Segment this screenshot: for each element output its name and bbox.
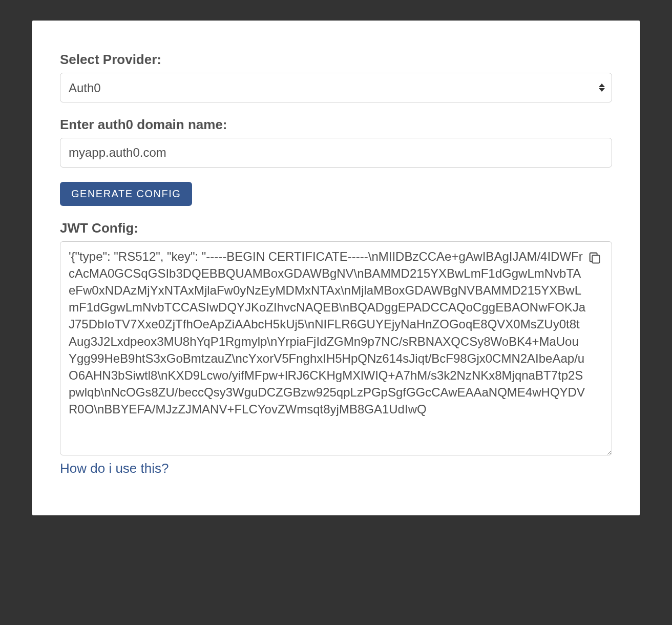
provider-select-wrapper: Auth0 (60, 73, 612, 102)
config-card: Select Provider: Auth0 Enter auth0 domai… (32, 20, 640, 515)
domain-input[interactable] (60, 138, 612, 168)
provider-label: Select Provider: (60, 52, 612, 68)
help-link[interactable]: How do i use this? (60, 461, 169, 476)
config-label: JWT Config: (60, 220, 612, 236)
config-field-group: JWT Config: (60, 220, 612, 457)
config-wrapper (60, 241, 612, 457)
svg-rect-0 (592, 255, 599, 263)
provider-field-group: Select Provider: Auth0 (60, 52, 612, 102)
domain-field-group: Enter auth0 domain name: (60, 117, 612, 168)
provider-select[interactable]: Auth0 (60, 73, 612, 102)
copy-icon[interactable] (587, 251, 602, 265)
jwt-config-textarea[interactable] (60, 241, 612, 455)
domain-label: Enter auth0 domain name: (60, 117, 612, 133)
generate-config-button[interactable]: Generate Config (60, 182, 192, 206)
